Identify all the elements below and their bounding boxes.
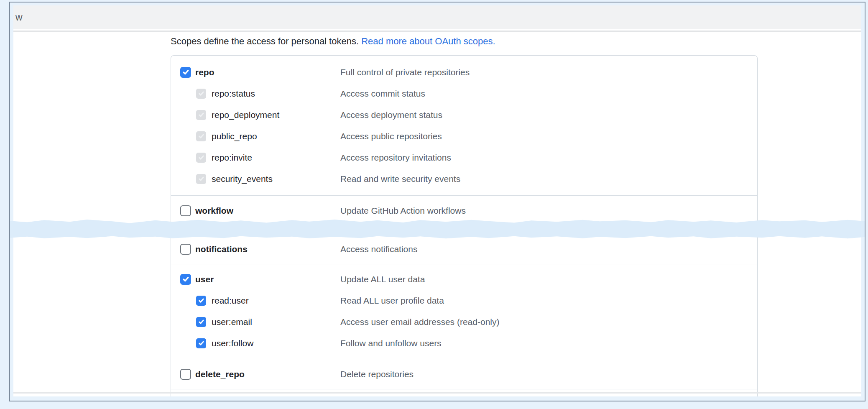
scope-row-notifications[interactable]: notifications Access notifications: [171, 238, 757, 260]
scope-name-user: user: [195, 274, 214, 284]
scope-desc-user-email: Access user email addresses (read-only): [340, 317, 499, 327]
scope-row-security-events: security_events Read and write security …: [171, 168, 757, 189]
check-icon: [198, 340, 204, 346]
scopes-intro: Scopes define the access for personal to…: [171, 36, 758, 47]
header-text: w: [15, 12, 23, 23]
scope-name-repo-invite: repo:invite: [212, 153, 252, 163]
scope-group-repo: repo Full control of private repositorie…: [171, 56, 757, 195]
scope-name-user-follow: user:follow: [212, 338, 253, 348]
scope-name-read-user: read:user: [212, 296, 249, 306]
scope-row-repo-status: repo:status Access commit status: [171, 83, 757, 104]
check-icon: [198, 112, 204, 118]
scope-desc-notifications: Access notifications: [340, 244, 417, 254]
check-icon: [198, 154, 204, 161]
scope-name-public-repo: public_repo: [212, 131, 257, 141]
scope-name-repo: repo: [195, 67, 214, 77]
scope-desc-read-user: Read ALL user profile data: [340, 296, 444, 306]
scope-desc-repo-invite: Access repository invitations: [340, 153, 451, 163]
scope-row-user-follow[interactable]: user:follow Follow and unfollow users: [171, 332, 757, 354]
header-strip: w: [13, 5, 861, 29]
oauth-scopes-link[interactable]: Read more about OAuth scopes.: [361, 36, 495, 46]
check-icon: [198, 176, 204, 182]
check-icon: [198, 319, 204, 325]
scope-desc-repo-status: Access commit status: [340, 89, 425, 99]
checkbox-public-repo: [196, 131, 206, 141]
checkbox-security-events: [196, 174, 206, 184]
scope-desc-repo: Full control of private repositories: [340, 67, 470, 77]
scope-desc-delete-repo: Delete repositories: [340, 369, 414, 379]
checkbox-user[interactable]: [180, 274, 191, 285]
checkbox-repo[interactable]: [180, 67, 191, 78]
header-divider: [13, 31, 861, 32]
check-icon: [198, 90, 204, 97]
check-icon: [182, 276, 189, 283]
scope-row-public-repo: public_repo Access public repositories: [171, 125, 757, 147]
scope-group-delete-repo: delete_repo Delete repositories: [171, 359, 757, 389]
scope-row-repo-deployment: repo_deployment Access deployment status: [171, 104, 757, 125]
checkbox-repo-status: [196, 89, 206, 99]
scope-row-repo-invite: repo:invite Access repository invitation…: [171, 147, 757, 168]
checkbox-repo-deployment: [196, 110, 206, 120]
scope-row-delete-repo[interactable]: delete_repo Delete repositories: [171, 363, 757, 385]
viewport-frame: w Scopes define the access for personal …: [9, 2, 865, 401]
scope-name-repo-status: repo:status: [212, 89, 255, 99]
scope-name-user-email: user:email: [212, 317, 252, 327]
scope-desc-security-events: Read and write security events: [340, 174, 460, 184]
scope-group-user: user Update ALL user data read:user Read…: [171, 264, 757, 359]
checkbox-user-follow[interactable]: [196, 338, 206, 348]
scope-row-workflow[interactable]: workflow Update GitHub Action workflows: [171, 200, 757, 221]
check-icon: [182, 69, 189, 76]
scopes-intro-text: Scopes define the access for personal to…: [171, 36, 359, 46]
scope-desc-public-repo: Access public repositories: [340, 131, 442, 141]
scope-row-repo[interactable]: repo Full control of private repositorie…: [171, 61, 757, 83]
checkbox-user-email[interactable]: [196, 317, 206, 327]
scope-row-read-user[interactable]: read:user Read ALL user profile data: [171, 290, 757, 311]
scope-desc-user: Update ALL user data: [340, 274, 425, 284]
scope-desc-workflow: Update GitHub Action workflows: [340, 206, 466, 216]
scope-row-user-email[interactable]: user:email Access user email addresses (…: [171, 311, 757, 332]
scope-row-user[interactable]: user Update ALL user data: [171, 268, 757, 290]
scope-name-repo-deployment: repo_deployment: [212, 110, 279, 120]
scope-desc-user-follow: Follow and unfollow users: [340, 338, 442, 348]
scope-name-notifications: notifications: [195, 244, 248, 254]
scope-name-delete-repo: delete_repo: [195, 369, 245, 379]
scope-name-workflow: workflow: [195, 206, 233, 216]
checkbox-notifications[interactable]: [180, 244, 191, 255]
check-icon: [198, 133, 204, 139]
checkbox-read-user[interactable]: [196, 296, 206, 306]
page-bottom-divider: [13, 392, 861, 394]
token-scopes-form: Scopes define the access for personal to…: [171, 36, 758, 396]
checkbox-repo-invite: [196, 153, 206, 163]
check-icon: [198, 297, 204, 304]
scope-name-security-events: security_events: [212, 174, 273, 184]
scope-desc-repo-deployment: Access deployment status: [340, 110, 442, 120]
checkbox-delete-repo[interactable]: [180, 369, 191, 380]
page: w Scopes define the access for personal …: [13, 5, 861, 396]
checkbox-workflow[interactable]: [180, 205, 191, 216]
